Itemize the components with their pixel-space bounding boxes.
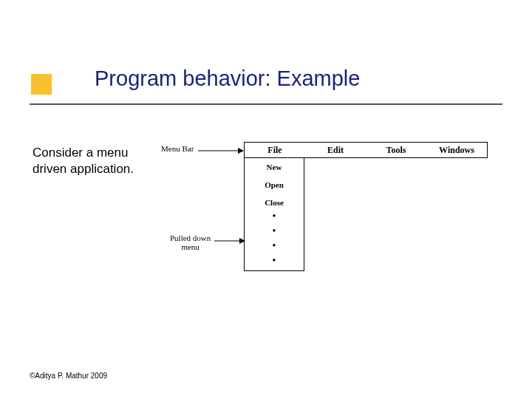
- svg-marker-3: [239, 238, 245, 244]
- body-line-2: driven application.: [33, 161, 134, 177]
- title-underline: [30, 103, 502, 105]
- body-line-1: Consider a menu: [33, 145, 134, 161]
- dropdown-item-open: Open: [245, 176, 304, 194]
- menu-bar-label: Menu Bar: [161, 144, 194, 153]
- dropdown-item-close: Close: [245, 194, 304, 211]
- ellipsis-dot: •: [245, 226, 304, 241]
- arrow-icon: [198, 146, 244, 155]
- slide-title: Program behavior: Example: [95, 66, 360, 91]
- menu-item-windows: Windows: [426, 145, 487, 156]
- slide: Program behavior: Example Consider a men…: [0, 0, 532, 399]
- menu-item-tools: Tools: [366, 145, 426, 156]
- menu-bar-row: File Edit Tools Windows: [244, 142, 488, 158]
- dropdown-column: New Open Close • • • •: [244, 158, 304, 271]
- ellipsis-dot: •: [245, 211, 304, 226]
- copyright-footer: ©Aditya P. Mathur 2009: [30, 372, 107, 380]
- svg-marker-1: [238, 148, 244, 154]
- arrow-icon: [214, 236, 245, 245]
- menu-item-edit: Edit: [305, 145, 366, 156]
- ellipsis-dot: •: [245, 241, 304, 256]
- body-text: Consider a menu driven application.: [33, 145, 134, 177]
- menu-diagram: Menu Bar File Edit Tools Windows New Ope…: [155, 142, 495, 364]
- dropdown-item-new: New: [245, 158, 304, 176]
- menu-item-file: File: [245, 145, 305, 156]
- title-accent-square: [31, 74, 52, 95]
- pulled-down-label: Pulled down menu: [170, 233, 211, 251]
- ellipsis-dot: •: [245, 256, 304, 270]
